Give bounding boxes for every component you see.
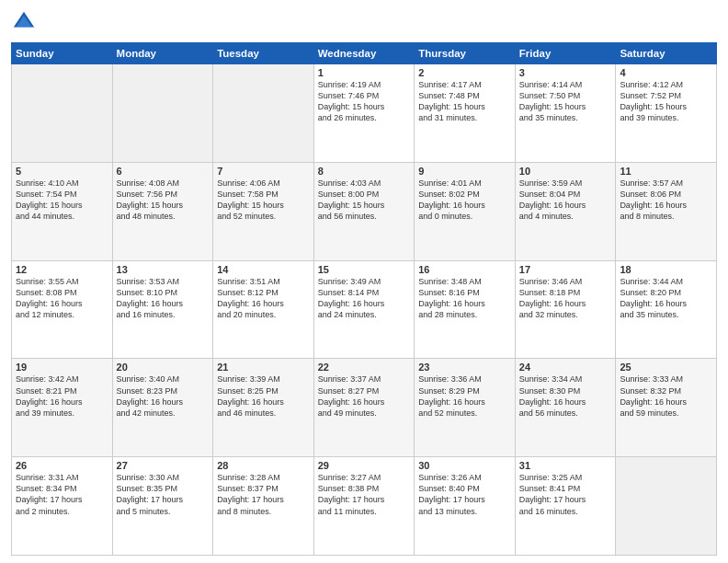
cell-info: Sunrise: 3:27 AMSunset: 8:38 PMDaylight:…	[318, 472, 411, 517]
day-number: 29	[318, 460, 411, 471]
logo	[11, 9, 40, 35]
day-number: 6	[117, 166, 210, 177]
calendar-header-sunday: Sunday	[12, 43, 113, 64]
calendar-cell: 3Sunrise: 4:14 AMSunset: 7:50 PMDaylight…	[515, 64, 616, 163]
cell-info: Sunrise: 4:10 AMSunset: 7:54 PMDaylight:…	[16, 178, 108, 223]
calendar-cell: 26Sunrise: 3:31 AMSunset: 8:34 PMDayligh…	[12, 457, 113, 556]
calendar-cell: 2Sunrise: 4:17 AMSunset: 7:48 PMDaylight…	[415, 64, 516, 163]
cell-info: Sunrise: 3:44 AMSunset: 8:20 PMDaylight:…	[620, 276, 712, 321]
day-number: 5	[16, 166, 108, 177]
cell-info: Sunrise: 3:49 AMSunset: 8:14 PMDaylight:…	[318, 276, 411, 321]
calendar-cell: 16Sunrise: 3:48 AMSunset: 8:16 PMDayligh…	[415, 260, 516, 359]
logo-icon	[11, 9, 37, 35]
calendar-week-4: 19Sunrise: 3:42 AMSunset: 8:21 PMDayligh…	[12, 359, 717, 457]
cell-info: Sunrise: 4:08 AMSunset: 7:56 PMDaylight:…	[117, 178, 210, 223]
cell-info: Sunrise: 4:01 AMSunset: 8:02 PMDaylight:…	[418, 178, 511, 223]
calendar-cell: 7Sunrise: 4:06 AMSunset: 7:58 PMDaylight…	[213, 162, 314, 260]
cell-info: Sunrise: 3:25 AMSunset: 8:41 PMDaylight:…	[519, 472, 612, 517]
calendar-cell: 25Sunrise: 3:33 AMSunset: 8:32 PMDayligh…	[616, 359, 717, 457]
day-number: 11	[620, 166, 712, 177]
day-number: 12	[16, 264, 108, 275]
calendar-cell: 17Sunrise: 3:46 AMSunset: 8:18 PMDayligh…	[515, 260, 616, 359]
header	[11, 9, 717, 35]
day-number: 24	[519, 362, 612, 373]
cell-info: Sunrise: 3:30 AMSunset: 8:35 PMDaylight:…	[117, 472, 210, 517]
calendar-cell	[213, 64, 314, 163]
day-number: 19	[16, 362, 108, 373]
calendar-header-monday: Monday	[112, 43, 213, 64]
cell-info: Sunrise: 3:26 AMSunset: 8:40 PMDaylight:…	[418, 472, 511, 517]
day-number: 3	[519, 67, 612, 78]
cell-info: Sunrise: 3:57 AMSunset: 8:06 PMDaylight:…	[620, 178, 712, 223]
calendar-cell: 4Sunrise: 4:12 AMSunset: 7:52 PMDaylight…	[616, 64, 717, 163]
calendar-cell: 8Sunrise: 4:03 AMSunset: 8:00 PMDaylight…	[313, 162, 415, 260]
page: SundayMondayTuesdayWednesdayThursdayFrid…	[0, 0, 728, 563]
calendar-week-3: 12Sunrise: 3:55 AMSunset: 8:08 PMDayligh…	[12, 260, 717, 359]
calendar-week-1: 1Sunrise: 4:19 AMSunset: 7:46 PMDaylight…	[12, 64, 717, 163]
day-number: 22	[318, 362, 411, 373]
day-number: 23	[418, 362, 511, 373]
day-number: 1	[318, 67, 411, 78]
day-number: 15	[318, 264, 411, 275]
calendar-cell: 29Sunrise: 3:27 AMSunset: 8:38 PMDayligh…	[313, 457, 415, 556]
calendar-table: SundayMondayTuesdayWednesdayThursdayFrid…	[11, 42, 717, 556]
calendar-cell: 27Sunrise: 3:30 AMSunset: 8:35 PMDayligh…	[112, 457, 213, 556]
calendar-cell: 24Sunrise: 3:34 AMSunset: 8:30 PMDayligh…	[515, 359, 616, 457]
calendar-week-2: 5Sunrise: 4:10 AMSunset: 7:54 PMDaylight…	[12, 162, 717, 260]
calendar-cell: 23Sunrise: 3:36 AMSunset: 8:29 PMDayligh…	[415, 359, 516, 457]
calendar-cell: 21Sunrise: 3:39 AMSunset: 8:25 PMDayligh…	[213, 359, 314, 457]
cell-info: Sunrise: 3:46 AMSunset: 8:18 PMDaylight:…	[519, 276, 612, 321]
calendar-cell: 9Sunrise: 4:01 AMSunset: 8:02 PMDaylight…	[415, 162, 516, 260]
calendar-header-thursday: Thursday	[415, 43, 516, 64]
cell-info: Sunrise: 3:28 AMSunset: 8:37 PMDaylight:…	[217, 472, 310, 517]
calendar-header-wednesday: Wednesday	[313, 43, 415, 64]
day-number: 18	[620, 264, 712, 275]
cell-info: Sunrise: 4:03 AMSunset: 8:00 PMDaylight:…	[318, 178, 411, 223]
calendar-cell: 14Sunrise: 3:51 AMSunset: 8:12 PMDayligh…	[213, 260, 314, 359]
cell-info: Sunrise: 3:51 AMSunset: 8:12 PMDaylight:…	[217, 276, 310, 321]
cell-info: Sunrise: 3:42 AMSunset: 8:21 PMDaylight:…	[16, 373, 108, 419]
cell-info: Sunrise: 3:53 AMSunset: 8:10 PMDaylight:…	[117, 276, 210, 321]
calendar-cell: 28Sunrise: 3:28 AMSunset: 8:37 PMDayligh…	[213, 457, 314, 556]
cell-info: Sunrise: 4:19 AMSunset: 7:46 PMDaylight:…	[318, 79, 411, 124]
calendar-cell: 18Sunrise: 3:44 AMSunset: 8:20 PMDayligh…	[616, 260, 717, 359]
calendar-cell: 5Sunrise: 4:10 AMSunset: 7:54 PMDaylight…	[12, 162, 113, 260]
day-number: 17	[519, 264, 612, 275]
day-number: 10	[519, 166, 612, 177]
calendar-cell: 19Sunrise: 3:42 AMSunset: 8:21 PMDayligh…	[12, 359, 113, 457]
day-number: 20	[117, 362, 210, 373]
day-number: 27	[117, 460, 210, 471]
day-number: 28	[217, 460, 310, 471]
day-number: 14	[217, 264, 310, 275]
cell-info: Sunrise: 4:06 AMSunset: 7:58 PMDaylight:…	[217, 178, 310, 223]
calendar-cell: 31Sunrise: 3:25 AMSunset: 8:41 PMDayligh…	[515, 457, 616, 556]
cell-info: Sunrise: 3:31 AMSunset: 8:34 PMDaylight:…	[16, 472, 108, 517]
calendar-cell: 10Sunrise: 3:59 AMSunset: 8:04 PMDayligh…	[515, 162, 616, 260]
cell-info: Sunrise: 3:39 AMSunset: 8:25 PMDaylight:…	[217, 373, 310, 419]
cell-info: Sunrise: 4:17 AMSunset: 7:48 PMDaylight:…	[418, 79, 511, 124]
cell-info: Sunrise: 3:59 AMSunset: 8:04 PMDaylight:…	[519, 178, 612, 223]
calendar-cell	[112, 64, 213, 163]
day-number: 16	[418, 264, 511, 275]
calendar-header-saturday: Saturday	[616, 43, 717, 64]
day-number: 7	[217, 166, 310, 177]
cell-info: Sunrise: 3:34 AMSunset: 8:30 PMDaylight:…	[519, 373, 612, 419]
calendar-cell: 11Sunrise: 3:57 AMSunset: 8:06 PMDayligh…	[616, 162, 717, 260]
cell-info: Sunrise: 4:14 AMSunset: 7:50 PMDaylight:…	[519, 79, 612, 124]
calendar-cell: 30Sunrise: 3:26 AMSunset: 8:40 PMDayligh…	[415, 457, 516, 556]
day-number: 8	[318, 166, 411, 177]
calendar-week-5: 26Sunrise: 3:31 AMSunset: 8:34 PMDayligh…	[12, 457, 717, 556]
day-number: 31	[519, 460, 612, 471]
day-number: 13	[117, 264, 210, 275]
day-number: 26	[16, 460, 108, 471]
calendar-cell: 15Sunrise: 3:49 AMSunset: 8:14 PMDayligh…	[313, 260, 415, 359]
cell-info: Sunrise: 3:36 AMSunset: 8:29 PMDaylight:…	[418, 373, 511, 419]
day-number: 21	[217, 362, 310, 373]
calendar-header-tuesday: Tuesday	[213, 43, 314, 64]
day-number: 4	[620, 67, 712, 78]
calendar-cell: 22Sunrise: 3:37 AMSunset: 8:27 PMDayligh…	[313, 359, 415, 457]
calendar-cell: 20Sunrise: 3:40 AMSunset: 8:23 PMDayligh…	[112, 359, 213, 457]
cell-info: Sunrise: 4:12 AMSunset: 7:52 PMDaylight:…	[620, 79, 712, 124]
day-number: 30	[418, 460, 511, 471]
calendar-cell: 1Sunrise: 4:19 AMSunset: 7:46 PMDaylight…	[313, 64, 415, 163]
